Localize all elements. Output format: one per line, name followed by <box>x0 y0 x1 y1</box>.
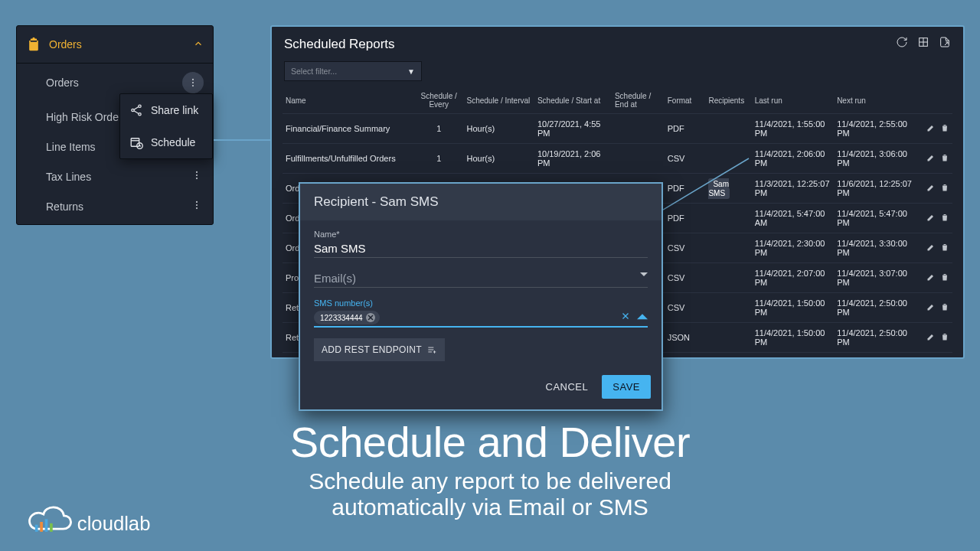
cell-recipients <box>705 263 751 293</box>
edit-icon[interactable] <box>926 243 936 253</box>
delete-icon[interactable] <box>940 243 949 253</box>
share-link-item[interactable]: Share link <box>120 94 212 126</box>
caret-down-icon: ▼ <box>407 67 415 76</box>
refresh-icon[interactable] <box>896 36 908 52</box>
sidebar-item-tax-lines[interactable]: Tax Lines <box>17 161 213 191</box>
cell-every: 1 <box>414 114 463 144</box>
sidebar-item-label: High Risk Orders <box>46 111 128 123</box>
cell-recipients <box>705 353 751 358</box>
delete-icon[interactable] <box>940 123 949 134</box>
delete-icon[interactable] <box>940 183 949 194</box>
dialog-title: Recipient - Sam SMS <box>300 184 662 220</box>
schedule-item[interactable]: Schedule <box>120 126 212 158</box>
col-start[interactable]: Schedule / Start at <box>534 87 612 114</box>
cell-start: 10/19/2021, 2:06 PM <box>534 144 612 174</box>
orders-icon <box>26 37 41 52</box>
kebab-icon[interactable] <box>190 200 204 213</box>
svg-point-9 <box>196 171 198 173</box>
cell-recipients <box>705 293 751 323</box>
table-row[interactable]: Fulfillments/Unfulfilled Orders1Hour(s)1… <box>283 144 952 174</box>
col-interval[interactable]: Schedule / Interval <box>463 87 534 114</box>
col-format[interactable]: Format <box>665 87 706 114</box>
calendar-clock-icon <box>129 135 143 149</box>
cell-recipients <box>705 114 751 144</box>
edit-icon[interactable] <box>926 332 936 343</box>
svg-point-10 <box>196 174 198 176</box>
sms-input[interactable]: 1223334444 <box>314 308 648 328</box>
add-list-icon <box>426 344 437 355</box>
cell-format: JSON <box>665 323 706 353</box>
export-icon[interactable] <box>939 36 951 52</box>
edit-icon[interactable] <box>926 123 936 134</box>
edit-icon[interactable] <box>926 183 936 194</box>
sidebar-header-orders[interactable]: Orders <box>17 26 213 64</box>
kebab-icon[interactable] <box>182 72 204 93</box>
svg-point-14 <box>196 207 198 209</box>
svg-point-15 <box>139 105 141 107</box>
chevron-up-icon <box>193 38 204 51</box>
sidebar-item-returns[interactable]: Returns <box>17 191 213 221</box>
kebab-icon[interactable] <box>190 170 204 183</box>
col-end[interactable]: Schedule / End at <box>612 87 665 114</box>
edit-icon[interactable] <box>926 302 936 313</box>
caret-down-icon[interactable] <box>640 268 648 282</box>
cell-last: 11/4/2021, 2:07:00 PM <box>752 263 834 293</box>
name-label: Name* <box>314 230 648 239</box>
edit-icon[interactable] <box>926 153 936 164</box>
svg-line-26 <box>945 42 948 45</box>
cell-format: PDF <box>665 353 706 358</box>
recipient-chip[interactable]: Sam SMS <box>708 178 730 199</box>
email-input[interactable]: Email(s) <box>314 269 648 288</box>
kebab-menu: Share link Schedule <box>119 93 213 159</box>
edit-icon[interactable] <box>926 272 936 283</box>
panel-title: Scheduled Reports <box>284 37 395 52</box>
chip-remove-icon[interactable] <box>366 313 375 322</box>
save-button[interactable]: SAVE <box>602 375 651 399</box>
svg-point-0 <box>192 79 194 80</box>
name-input[interactable]: Sam SMS <box>314 239 648 258</box>
clear-icon[interactable] <box>620 311 631 321</box>
filter-select[interactable]: Select filter... ▼ <box>284 61 422 81</box>
sidebar-item-label: Tax Lines <box>46 171 91 183</box>
connector-line <box>214 139 275 141</box>
col-every[interactable]: Schedule / Every <box>414 87 463 114</box>
cell-format: CSV <box>665 233 706 263</box>
caret-up-icon[interactable] <box>637 311 648 321</box>
cell-next: 11/4/2021, 3:07:00 PM <box>834 263 916 293</box>
delete-icon[interactable] <box>940 302 949 313</box>
col-next[interactable]: Next run <box>834 87 916 114</box>
col-recipients[interactable]: Recipients <box>705 87 751 114</box>
cell-last: 11/4/2021, 1:50:00 PM <box>752 293 834 323</box>
cell-name: Financial/Finance Summary <box>283 114 414 144</box>
cell-last: 11/4/2021, 2:06:00 PM <box>752 144 834 174</box>
sidebar-item-label: Line Items <box>46 141 96 153</box>
cell-next: 11/4/2021, 3:30:00 PM <box>834 233 916 263</box>
cell-recipients <box>705 323 751 353</box>
recipient-dialog: Recipient - Sam SMS Name* Sam SMS Email(… <box>299 182 663 411</box>
cell-next: 11/4/2021, 3:06:00 PM <box>834 144 916 174</box>
sms-chip[interactable]: 1223334444 <box>314 311 380 324</box>
table-row[interactable]: Financial/Finance Summary1Hour(s)10/27/2… <box>283 114 952 144</box>
cell-next: 11/6/2021, 12:25:07 PM <box>834 174 916 204</box>
add-rest-endpoint-button[interactable]: ADD REST ENDPOINT <box>314 338 445 361</box>
svg-rect-39 <box>50 523 53 532</box>
cell-last: 11/4/2021, 2:30:00 PM <box>752 233 834 263</box>
share-label: Share link <box>151 104 198 116</box>
delete-icon[interactable] <box>940 332 949 343</box>
cell-next: 11/4/2021, 5:47:00 PM <box>834 204 916 233</box>
svg-rect-37 <box>40 522 43 532</box>
col-name[interactable]: Name <box>283 87 414 114</box>
grid-icon[interactable] <box>917 36 929 52</box>
cell-format: PDF <box>665 174 706 204</box>
edit-icon[interactable] <box>926 213 936 223</box>
sms-chip-text: 1223334444 <box>320 314 363 322</box>
panel-header: Scheduled Reports <box>272 27 963 61</box>
delete-icon[interactable] <box>940 213 949 223</box>
delete-icon[interactable] <box>940 153 949 164</box>
delete-icon[interactable] <box>940 272 949 283</box>
col-last[interactable]: Last run <box>752 87 834 114</box>
cell-next: 11/4/2021, 2:50:00 PM <box>834 293 916 323</box>
cell-format: PDF <box>665 204 706 233</box>
share-icon <box>129 103 143 117</box>
cancel-button[interactable]: CANCEL <box>543 375 592 399</box>
